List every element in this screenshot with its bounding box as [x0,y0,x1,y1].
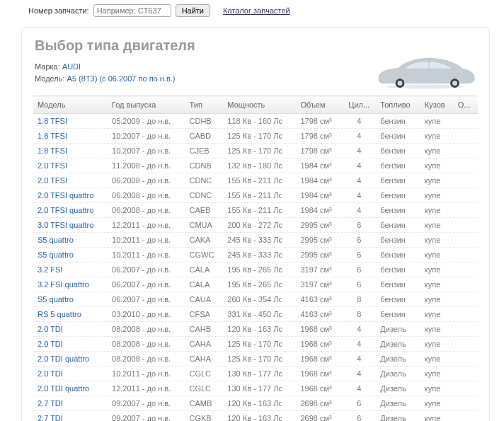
model-link[interactable]: S5 quattro [38,250,74,259]
cell-year: 06.2007 - до н.в. [108,277,185,292]
table-header-row: Модель Год выпуска Тип Мощность Объем Ци… [33,96,478,114]
cell-fuel: Дизель [376,352,420,367]
th-year[interactable]: Год выпуска [108,96,185,114]
cell-power: 125 Кв - 170 Лс [223,129,296,144]
th-power[interactable]: Мощность [223,96,296,114]
table-row: 2.0 TFSI quattro06.2008 - до н.в.CDNC155… [33,188,478,203]
cell-fuel: бензин [376,114,420,129]
cell-type: CDNC [185,188,224,203]
cell-body: купе [420,352,454,367]
cell-power: 155 Кв - 211 Лс [223,203,296,218]
model-link[interactable]: S5 quattro [38,295,74,304]
model-link[interactable]: 2.0 TDI quattro [38,384,89,393]
cell-power: 155 Кв - 211 Лс [223,188,296,203]
cell-aux [454,173,478,188]
cell-power: 132 Кв - 180 Лс [223,158,296,173]
th-volume[interactable]: Объем [296,96,342,114]
cell-year: 05.2009 - до н.в. [108,114,185,129]
model-link[interactable]: 2.7 TDI [38,414,63,421]
model-link[interactable]: 2.0 TFSI quattro [38,191,93,200]
model-link[interactable]: 2.0 TDI [38,325,63,333]
cell-power: 245 Кв - 333 Лс [223,233,296,248]
cell-year: 03.2010 - до н.в. [108,307,185,322]
cell-body: купе [420,218,454,233]
cell-model: 1.8 TFSI [33,129,108,144]
cell-power: 130 Кв - 177 Лс [223,367,296,381]
cell-cyl: 4 [342,144,376,158]
th-type[interactable]: Тип [185,96,224,114]
th-fuel[interactable]: Топливо [376,96,420,114]
engine-panel: Выбор типа двигателя Марка: AUDI Модель:… [21,27,490,421]
model-link[interactable]: 2.0 TDI [38,369,63,378]
catalog-link[interactable]: Каталог запчастей [223,6,290,15]
cell-power: 195 Кв - 265 Лс [223,277,296,292]
cell-type: CGKB [185,411,224,422]
cell-body: купе [420,307,454,322]
cell-volume: 3197 см³ [296,263,342,277]
model-link[interactable]: S5 quattro [38,236,74,244]
model-link[interactable]: 1.8 TFSI [38,146,67,155]
cell-aux [454,158,478,173]
find-button[interactable]: Найти [176,4,210,17]
cell-aux [454,396,478,411]
cell-fuel: бензин [376,203,420,218]
cell-type: CFSA [185,307,224,322]
table-row: 2.0 TFSI quattro06.2008 - до н.в.CAEB155… [33,203,478,218]
brand-label: Марка: [35,62,60,71]
cell-model: 1.8 TFSI [33,144,108,158]
cell-body: купе [420,173,454,188]
cell-year: 10.2011 - до н.в. [108,367,185,381]
cell-type: CABD [185,129,224,144]
th-cyl[interactable]: Цил... [342,96,376,114]
th-body[interactable]: Кузов [420,96,454,114]
cell-power: 125 Кв - 170 Лс [223,352,296,367]
cell-cyl: 4 [342,322,376,337]
cell-body: купе [420,381,454,396]
model-link[interactable]: RS 5 quattro [38,310,81,318]
cell-type: CDNC [185,173,224,188]
car-icon [372,49,478,91]
cell-cyl: 6 [342,263,376,277]
cell-aux [454,292,478,307]
cell-cyl: 4 [342,158,376,173]
cell-power: 155 Кв - 211 Лс [223,173,296,188]
model-link[interactable]: 2.7 TDI [38,399,63,408]
model-link[interactable]: 1.8 TFSI [38,132,67,140]
cell-power: 130 Кв - 177 Лс [223,381,296,396]
cell-cyl: 6 [342,248,376,263]
cell-type: CALA [185,277,224,292]
cell-power: 125 Кв - 170 Лс [223,144,296,158]
cell-power: 200 Кв - 272 Лс [223,218,296,233]
cell-power: 260 Кв - 354 Лс [223,292,296,307]
cell-aux [454,114,478,129]
model-link[interactable]: A5 (8T3) (с 06.2007 по по н.в.) [67,74,176,83]
model-link[interactable]: 3.2 FSI quattro [38,280,89,289]
th-model[interactable]: Модель [33,96,108,114]
cell-fuel: бензин [376,248,420,263]
model-link[interactable]: 2.0 TFSI [38,176,67,185]
cell-cyl: 4 [342,367,376,381]
model-link[interactable]: 2.0 TFSI [38,161,67,170]
cell-model: 2.7 TDI [33,411,108,422]
th-aux[interactable]: О... [454,96,478,114]
model-link[interactable]: 2.0 TFSI quattro [38,206,93,214]
model-link[interactable]: 2.0 TDI [38,340,63,348]
model-link[interactable]: 1.8 TFSI [38,117,67,125]
cell-model: 2.0 TDI quattro [33,381,108,396]
model-link[interactable]: 2.0 TDI quattro [38,354,89,363]
model-link[interactable]: 3.2 FSI [38,265,62,274]
cell-volume: 2698 см³ [296,411,342,422]
cell-volume: 1798 см³ [296,144,342,158]
cell-volume: 1984 см³ [296,173,342,188]
cell-body: купе [420,396,454,411]
model-link[interactable]: 3.0 TFSI quattro [38,221,93,229]
part-number-input[interactable] [93,4,171,17]
cell-model: 3.0 TFSI quattro [33,218,108,233]
cell-year: 09.2007 - до н.в. [108,396,185,411]
cell-volume: 1968 см³ [296,337,342,352]
brand-link[interactable]: AUDI [62,62,81,71]
table-row: 1.8 TFSI10.2007 - до н.в.CABD125 Кв - 17… [33,129,478,144]
table-row: 2.7 TDI09.2007 - до н.в.CAMB120 Кв - 163… [33,396,478,411]
cell-year: 06.2008 - до н.в. [108,203,185,218]
cell-aux [454,188,478,203]
